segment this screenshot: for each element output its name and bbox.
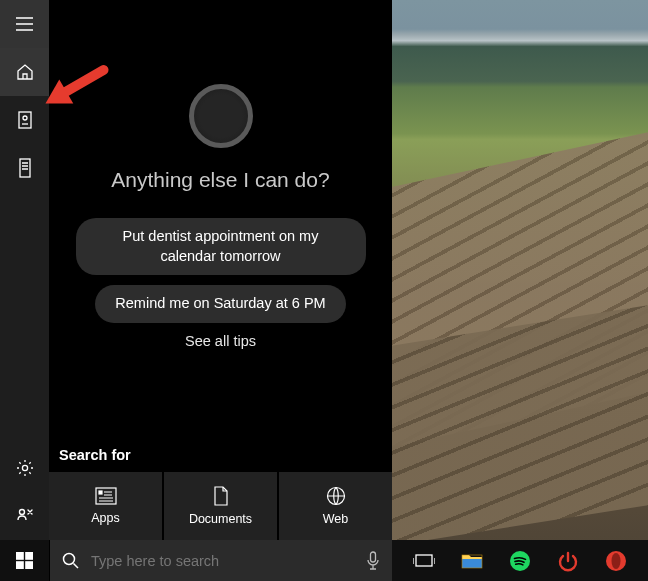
svg-point-3	[22, 465, 27, 470]
gear-icon[interactable]	[0, 444, 49, 492]
category-label: Apps	[91, 511, 120, 525]
search-category-row: Apps Documents Web	[49, 472, 392, 540]
task-view-icon[interactable]	[400, 540, 448, 581]
svg-rect-14	[416, 555, 432, 566]
start-button[interactable]	[0, 540, 49, 581]
taskbar	[0, 540, 648, 581]
spotify-icon[interactable]	[496, 540, 544, 581]
devices-icon[interactable]	[0, 144, 49, 192]
notebook-icon[interactable]	[0, 96, 49, 144]
category-web[interactable]: Web	[279, 472, 392, 540]
search-icon	[62, 552, 79, 569]
cortana-sidebar	[0, 0, 49, 540]
category-label: Web	[323, 512, 348, 526]
svg-rect-8	[16, 552, 24, 560]
svg-point-12	[64, 554, 75, 565]
opera-icon[interactable]	[592, 540, 640, 581]
category-documents[interactable]: Documents	[164, 472, 277, 540]
cortana-prompt-text: Anything else I can do?	[49, 168, 392, 192]
svg-rect-11	[25, 561, 33, 569]
globe-icon	[326, 486, 346, 506]
svg-rect-13	[371, 552, 376, 562]
svg-rect-2	[20, 159, 30, 177]
file-explorer-icon[interactable]	[448, 540, 496, 581]
suggestion-reminder[interactable]: Remind me on Saturday at 6 PM	[95, 285, 345, 323]
svg-rect-10	[16, 561, 24, 569]
svg-rect-9	[25, 552, 33, 560]
svg-point-1	[23, 116, 27, 120]
cortana-ring-icon	[189, 84, 253, 148]
search-for-label: Search for	[59, 447, 131, 463]
search-input[interactable]	[91, 553, 354, 569]
taskbar-searchbox[interactable]	[49, 540, 392, 581]
svg-rect-6	[99, 491, 102, 494]
see-all-tips-link[interactable]: See all tips	[49, 333, 392, 349]
apps-icon	[95, 487, 117, 505]
document-icon	[213, 486, 229, 506]
svg-point-4	[19, 510, 24, 515]
cortana-panel: Anything else I can do? Put dentist appo…	[49, 0, 392, 540]
taskbar-pinned-apps	[392, 540, 640, 581]
svg-rect-5	[96, 488, 116, 504]
suggestion-dentist[interactable]: Put dentist appointment on my calendar t…	[76, 218, 366, 275]
menu-icon[interactable]	[0, 0, 49, 48]
power-icon[interactable]	[544, 540, 592, 581]
feedback-icon[interactable]	[0, 492, 49, 540]
microphone-icon[interactable]	[366, 551, 380, 570]
svg-point-18	[612, 553, 621, 569]
category-label: Documents	[189, 512, 252, 526]
windows-logo-icon	[16, 552, 33, 569]
category-apps[interactable]: Apps	[49, 472, 162, 540]
